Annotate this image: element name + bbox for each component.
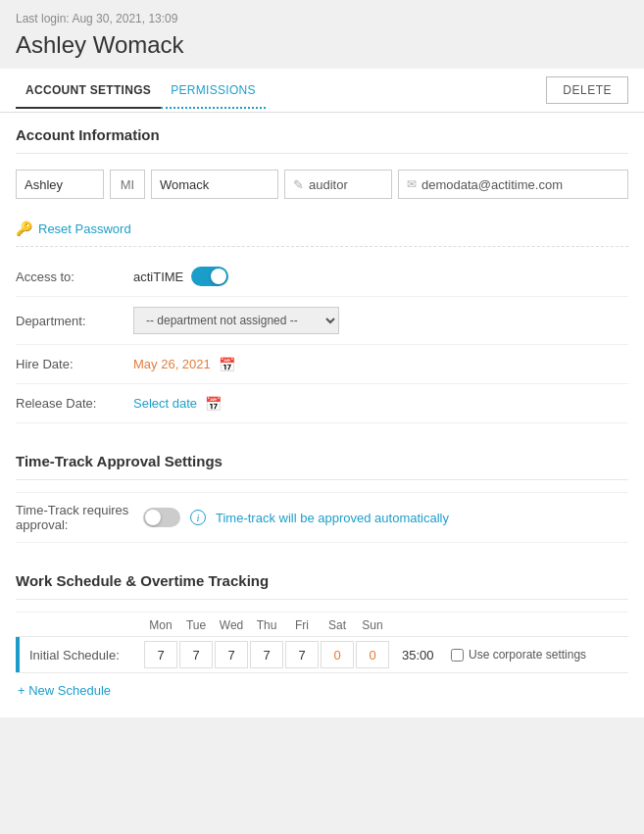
mon-input[interactable] bbox=[144, 641, 177, 668]
tabs-bar: ACCOUNT SETTINGS PERMISSIONS DELETE bbox=[0, 69, 644, 113]
hire-date-link[interactable]: May 26, 2021 bbox=[133, 357, 211, 371]
approval-toggle[interactable] bbox=[143, 508, 180, 527]
access-toggle[interactable] bbox=[191, 267, 228, 286]
tab-account-settings[interactable]: ACCOUNT SETTINGS bbox=[16, 72, 161, 109]
day-fri: Fri bbox=[284, 618, 320, 632]
last-login: Last login: Aug 30, 2021, 13:09 bbox=[16, 12, 628, 25]
release-date-row: Release Date: Select date 📅 bbox=[16, 384, 628, 423]
email-icon: ✉ bbox=[407, 177, 417, 191]
total-hours: 35:00 bbox=[402, 648, 441, 662]
approval-row: Time-Track requires approval: i Time-tra… bbox=[16, 492, 628, 543]
schedule-section-title: Work Schedule & Overtime Tracking bbox=[16, 559, 628, 600]
department-row: Department: -- department not assigned -… bbox=[16, 297, 628, 345]
approval-section-title: Time-Track Approval Settings bbox=[16, 439, 628, 480]
sun-input[interactable] bbox=[356, 641, 389, 668]
department-value: -- department not assigned -- bbox=[133, 307, 339, 334]
main-content: Account Information ✎ auditor ✉ demodata… bbox=[0, 113, 644, 717]
day-thu: Thu bbox=[249, 618, 284, 632]
day-tue: Tue bbox=[178, 618, 214, 632]
day-wed: Wed bbox=[214, 618, 249, 632]
release-date-link[interactable]: Select date bbox=[133, 396, 197, 411]
auto-approve-text: Time-track will be approved automaticall… bbox=[216, 511, 449, 525]
sat-input[interactable] bbox=[321, 641, 354, 668]
person-icon: ✎ bbox=[293, 177, 304, 192]
release-date-value: Select date 📅 bbox=[133, 396, 222, 412]
first-name-input[interactable] bbox=[16, 170, 104, 199]
schedule-indicator bbox=[16, 637, 20, 672]
mi-input[interactable] bbox=[110, 170, 145, 199]
info-icon[interactable]: i bbox=[190, 510, 206, 525]
key-icon: 🔑 bbox=[16, 221, 32, 236]
delete-button[interactable]: DELETE bbox=[546, 76, 628, 104]
reset-password-link[interactable]: Reset Password bbox=[38, 221, 131, 236]
tab-permissions[interactable]: PERMISSIONS bbox=[161, 72, 266, 109]
initial-schedule-row: Initial Schedule: 35:00 Use corporate se… bbox=[16, 636, 628, 673]
release-date-calendar-icon[interactable]: 📅 bbox=[205, 396, 222, 412]
toggle-slider bbox=[191, 267, 228, 286]
corporate-label: Use corporate settings bbox=[469, 648, 586, 662]
email-field: ✉ demodata@actitime.com bbox=[398, 170, 628, 199]
day-sat: Sat bbox=[320, 618, 355, 632]
hire-date-row: Hire Date: May 26, 2021 📅 bbox=[16, 345, 628, 384]
initial-schedule-label: Initial Schedule: bbox=[20, 648, 143, 662]
name-fields-row: ✎ auditor ✉ demodata@actitime.com bbox=[16, 166, 628, 203]
new-schedule-row[interactable]: + New Schedule bbox=[16, 673, 628, 702]
thu-input[interactable] bbox=[250, 641, 283, 668]
user-name: Ashley Womack bbox=[16, 31, 628, 59]
new-schedule-link[interactable]: + New Schedule bbox=[18, 683, 111, 698]
fri-input[interactable] bbox=[285, 641, 319, 668]
access-label: Access to: bbox=[16, 270, 133, 284]
hire-date-calendar-icon[interactable]: 📅 bbox=[219, 357, 235, 372]
wed-input[interactable] bbox=[215, 641, 248, 668]
actitime-label: actiTIME bbox=[133, 270, 183, 284]
schedule-header: Mon Tue Wed Thu Fri Sat Sun bbox=[16, 613, 628, 636]
last-name-input[interactable] bbox=[151, 170, 278, 199]
hire-date-label: Hire Date: bbox=[16, 357, 133, 371]
release-date-label: Release Date: bbox=[16, 396, 133, 411]
day-sun: Sun bbox=[355, 618, 390, 632]
corporate-checkbox-wrap: Use corporate settings bbox=[451, 648, 586, 662]
approval-toggle-slider bbox=[143, 508, 180, 527]
access-value: actiTIME bbox=[133, 267, 228, 286]
email-value: demodata@actitime.com bbox=[421, 177, 563, 192]
reset-password-row: 🔑 Reset Password bbox=[16, 215, 628, 247]
access-row: Access to: actiTIME bbox=[16, 257, 628, 297]
department-select[interactable]: -- department not assigned -- bbox=[133, 307, 339, 334]
department-label: Department: bbox=[16, 314, 133, 328]
account-info-title: Account Information bbox=[16, 113, 628, 154]
tue-input[interactable] bbox=[179, 641, 213, 668]
day-mon: Mon bbox=[143, 618, 178, 632]
approval-label: Time-Track requires approval: bbox=[16, 503, 133, 532]
schedule-table: Mon Tue Wed Thu Fri Sat Sun Initial Sche… bbox=[16, 612, 628, 673]
corporate-checkbox[interactable] bbox=[451, 649, 464, 662]
role-field: ✎ auditor bbox=[284, 170, 392, 199]
role-value: auditor bbox=[309, 177, 348, 192]
hire-date-value: May 26, 2021 📅 bbox=[133, 357, 235, 372]
